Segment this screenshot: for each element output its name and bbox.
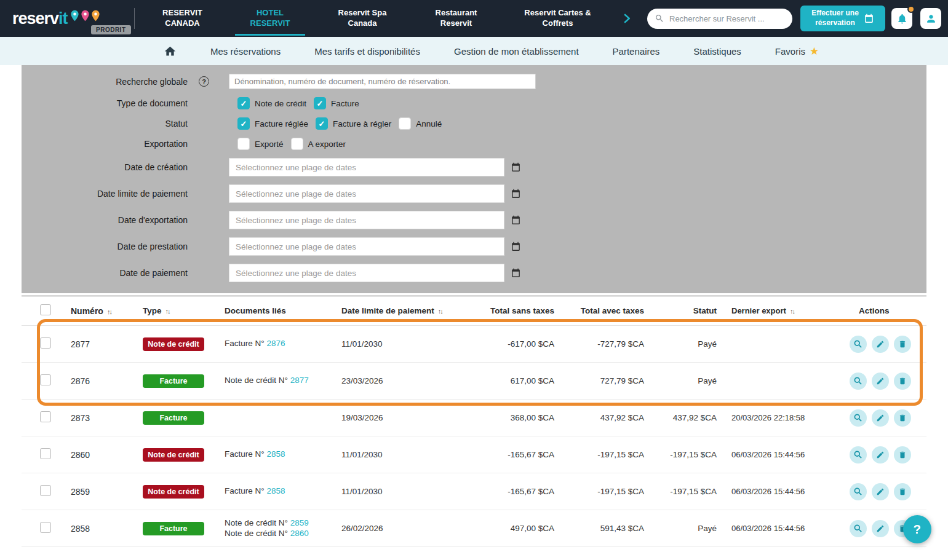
- chevron-right-icon[interactable]: [621, 13, 632, 24]
- date-range-input[interactable]: [229, 237, 504, 256]
- col-label: Dernier export: [731, 306, 786, 315]
- linked-doc-link[interactable]: 2876: [266, 339, 285, 348]
- home-icon[interactable]: [164, 45, 177, 58]
- calendar-icon[interactable]: [511, 268, 521, 278]
- row-checkbox[interactable]: [40, 337, 51, 349]
- delete-button[interactable]: [894, 483, 911, 500]
- filter-checkbox-option[interactable]: Facture à régler: [316, 117, 391, 130]
- make-reservation-button[interactable]: Effectuer uneréservation: [800, 6, 885, 31]
- edit-button[interactable]: [872, 483, 889, 500]
- topbar-nav-item[interactable]: RESERVITCANADA: [141, 8, 224, 29]
- linked-doc-link[interactable]: 2858: [266, 449, 285, 459]
- view-button[interactable]: [850, 409, 867, 427]
- date-range-input[interactable]: [229, 184, 504, 203]
- col-dernier-export[interactable]: Dernier export↑↓: [717, 306, 834, 315]
- help-icon[interactable]: ?: [199, 76, 209, 87]
- edit-button[interactable]: [872, 409, 889, 427]
- filter-checkbox-option[interactable]: Note de crédit: [237, 97, 306, 109]
- subnav-item[interactable]: Partenaires: [613, 46, 660, 57]
- topbar-search[interactable]: [647, 9, 792, 29]
- filter-checkbox-option[interactable]: Exporté: [237, 138, 284, 150]
- topbar-nav-item[interactable]: RestaurantReservit: [408, 8, 504, 29]
- linked-doc-link[interactable]: 2858: [266, 486, 285, 495]
- topbar-nav-item[interactable]: Reservit Cartes &Coffrets: [504, 8, 611, 29]
- linked-doc-text: Facture N°: [225, 339, 266, 348]
- calendar-icon[interactable]: [511, 162, 521, 173]
- filter-checkbox-option[interactable]: Facture: [314, 97, 359, 109]
- checkbox[interactable]: [314, 97, 326, 109]
- col-numero[interactable]: Numéro↑↓: [58, 306, 132, 316]
- checkbox-label: Facture réglée: [255, 119, 308, 128]
- row-checkbox[interactable]: [40, 374, 51, 385]
- logo-pins: [71, 9, 102, 22]
- topbar-nav-item[interactable]: HOTELRESERVIT: [224, 8, 316, 29]
- checkbox[interactable]: [316, 117, 328, 130]
- subnav-item[interactable]: Mes tarifs et disponibilités: [314, 46, 420, 57]
- filter-checkbox-option[interactable]: Annulé: [399, 117, 442, 130]
- edit-button[interactable]: [872, 520, 889, 537]
- edit-button[interactable]: [872, 373, 889, 390]
- view-button[interactable]: [850, 483, 867, 500]
- calendar-icon[interactable]: [511, 189, 521, 199]
- col-date-limite[interactable]: Date limite de paiement↑↓: [341, 306, 471, 315]
- delete-button[interactable]: [894, 446, 911, 463]
- help-button[interactable]: ?: [903, 515, 931, 543]
- account-button[interactable]: [920, 8, 941, 29]
- subnav: Mes réservationsMes tarifs et disponibil…: [0, 37, 948, 65]
- linked-doc-link[interactable]: 2877: [290, 376, 309, 385]
- linked-doc-link[interactable]: 2859: [290, 518, 309, 527]
- sort-icon[interactable]: ↑↓: [438, 307, 442, 315]
- subnav-item[interactable]: Favoris★: [775, 45, 819, 58]
- search-input[interactable]: [669, 14, 785, 23]
- sort-icon[interactable]: ↑↓: [790, 307, 794, 315]
- calendar-icon[interactable]: [511, 242, 521, 252]
- reservit-logo[interactable]: reservit PRODRIT: [0, 0, 134, 37]
- subnav-item[interactable]: Statistiques: [693, 46, 741, 57]
- cell-total-avec-taxes: 437,92 $CA: [554, 413, 644, 422]
- date-filter-row: Date limite de paiement: [22, 184, 926, 203]
- row-checkbox[interactable]: [40, 448, 51, 459]
- date-range-input[interactable]: [229, 264, 504, 282]
- col-type[interactable]: Type↑↓: [132, 306, 225, 315]
- cell-checkbox: [22, 448, 58, 461]
- cell-statut: 437,92 $CA: [644, 413, 717, 422]
- delete-button[interactable]: [894, 373, 911, 390]
- row-checkbox[interactable]: [40, 522, 51, 533]
- edit-button[interactable]: [872, 336, 889, 353]
- subnav-item[interactable]: Mes réservations: [210, 46, 281, 57]
- checkbox[interactable]: [237, 138, 250, 150]
- notification-dot: [907, 6, 915, 13]
- checkbox[interactable]: [237, 117, 250, 130]
- checkbox[interactable]: [291, 138, 303, 150]
- row-checkbox[interactable]: [40, 485, 51, 496]
- view-button[interactable]: [850, 336, 867, 353]
- date-filter-row: Date de création: [22, 158, 926, 176]
- view-button[interactable]: [850, 446, 867, 463]
- cell-total-avec-taxes: 591,43 $CA: [554, 524, 644, 533]
- subnav-item[interactable]: Gestion de mon établissement: [454, 46, 579, 57]
- delete-button[interactable]: [894, 336, 911, 353]
- cell-checkbox: [22, 411, 58, 424]
- edit-button[interactable]: [872, 446, 889, 463]
- col-label: Total avec taxes: [581, 306, 644, 315]
- linked-doc-link[interactable]: 2860: [290, 529, 309, 538]
- view-button[interactable]: [850, 373, 867, 390]
- checkbox[interactable]: [399, 117, 411, 130]
- row-checkbox[interactable]: [40, 411, 51, 422]
- sort-icon[interactable]: ↑↓: [107, 308, 111, 315]
- date-range-input[interactable]: [229, 211, 504, 229]
- sort-icon[interactable]: ↑↓: [165, 307, 170, 315]
- notifications-button[interactable]: [891, 8, 912, 29]
- checkbox[interactable]: [237, 97, 250, 109]
- nav-item-line2: Reservit: [408, 18, 504, 29]
- filter-checkbox-option[interactable]: A exporter: [291, 138, 346, 150]
- date-range-input[interactable]: [229, 158, 504, 176]
- global-search-input[interactable]: [229, 74, 536, 89]
- calendar-icon[interactable]: [511, 215, 521, 226]
- topbar-nav-item[interactable]: Reservit SpaCanada: [316, 8, 408, 29]
- cell-numero: 2876: [58, 376, 132, 386]
- filter-checkbox-option[interactable]: Facture réglée: [237, 117, 308, 130]
- select-all-checkbox[interactable]: [40, 304, 51, 315]
- delete-button[interactable]: [894, 409, 911, 427]
- view-button[interactable]: [850, 520, 867, 537]
